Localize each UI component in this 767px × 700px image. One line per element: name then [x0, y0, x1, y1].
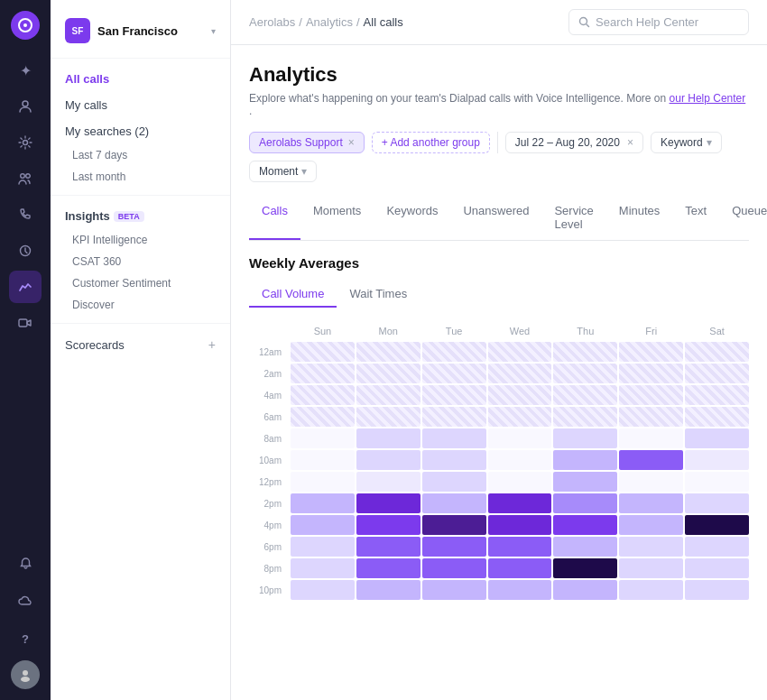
nav-calls[interactable]	[9, 198, 42, 231]
help-center-link[interactable]: our Help Center	[670, 92, 746, 105]
heatmap-cell	[291, 580, 355, 600]
user-avatar[interactable]	[11, 660, 40, 689]
heatmap-cell	[356, 450, 420, 470]
sidebar-all-calls[interactable]: All calls	[51, 66, 230, 92]
nav-contacts[interactable]	[9, 90, 42, 123]
breadcrumb-analytics[interactable]: Analytics	[306, 15, 353, 29]
heatmap-cell	[685, 385, 749, 405]
breadcrumb-current: All calls	[364, 15, 403, 29]
heatmap-cell	[685, 407, 749, 427]
nav-video[interactable]	[9, 307, 42, 339]
heatmap-cell	[488, 342, 552, 362]
heatmap-cell	[356, 385, 420, 405]
heatmap-cell	[685, 493, 749, 513]
breadcrumb-aerolabs[interactable]: Aerolabs	[249, 15, 295, 29]
tab-unanswered[interactable]: Unanswered	[450, 197, 541, 240]
date-remove-icon[interactable]: ×	[627, 136, 633, 149]
tab-queue[interactable]: Queue	[719, 197, 767, 240]
sub-tab-call-volume[interactable]: Call Volume	[249, 281, 337, 308]
sub-tab-wait-times[interactable]: Wait Times	[337, 281, 420, 308]
nav-settings[interactable]	[9, 126, 42, 159]
filter-bar: Aerolabs Support × + Add another group J…	[249, 132, 749, 182]
nav-cloud[interactable]	[9, 585, 42, 617]
heatmap-cell	[422, 364, 486, 383]
sidebar-customer-sentiment[interactable]: Customer Sentiment	[51, 272, 230, 294]
tab-moments[interactable]: Moments	[300, 197, 374, 240]
moment-label: Moment	[259, 165, 298, 178]
nav-history[interactable]	[9, 235, 42, 267]
nav-analytics[interactable]	[9, 271, 42, 303]
heatmap-day-mon: Mon	[356, 322, 420, 340]
heatmap-cell	[685, 428, 749, 448]
tab-keywords[interactable]: Keywords	[374, 197, 450, 240]
heatmap-cell	[488, 385, 552, 405]
app-logo[interactable]	[11, 11, 40, 40]
sidebar-last-month[interactable]: Last month	[51, 166, 230, 188]
heatmap-cell	[685, 364, 749, 383]
sidebar-discover[interactable]: Discover	[51, 294, 230, 316]
sidebar-csat[interactable]: CSAT 360	[51, 251, 230, 272]
sidebar-my-searches[interactable]: My searches (2)	[51, 118, 230, 144]
nav-ai[interactable]: ✦	[9, 54, 42, 87]
heatmap-cell	[553, 515, 617, 535]
heatmap-day-sun: Sun	[291, 322, 355, 340]
heatmap-cell	[356, 515, 420, 535]
heatmap-cell	[553, 537, 617, 557]
heatmap-cell	[291, 428, 355, 448]
heatmap-cell	[422, 342, 486, 362]
heatmap-cell	[488, 515, 552, 535]
heatmap-time-2am: 2am	[249, 364, 289, 383]
heatmap-cell	[488, 558, 552, 578]
heatmap-cell	[356, 472, 420, 492]
moment-dropdown[interactable]: Moment ▾	[249, 161, 317, 182]
add-group-button[interactable]: + Add another group	[372, 132, 490, 153]
sidebar-last7[interactable]: Last 7 days	[51, 144, 230, 166]
heatmap-cell	[422, 580, 486, 600]
workspace-name: San Francisco	[97, 24, 204, 38]
heatmap-cell	[553, 580, 617, 600]
heatmap-cell	[619, 407, 683, 427]
sidebar-insights[interactable]: Insights BETA	[51, 203, 230, 229]
topbar: Aerolabs / Analytics / All calls Search …	[231, 0, 767, 45]
heatmap-cell	[356, 493, 420, 513]
keyword-dropdown[interactable]: Keyword ▾	[651, 132, 722, 153]
heatmap-cell	[685, 515, 749, 535]
heatmap-cell	[619, 472, 683, 492]
beta-badge: BETA	[114, 211, 144, 222]
date-range-chip[interactable]: Jul 22 – Aug 20, 2020 ×	[505, 132, 643, 153]
workspace-header[interactable]: SF San Francisco ▾	[51, 11, 230, 51]
heatmap-cell	[291, 472, 355, 492]
nav-help[interactable]: ?	[9, 622, 42, 655]
tab-calls[interactable]: Calls	[249, 197, 300, 240]
heatmap-cell	[422, 407, 486, 427]
breadcrumb: Aerolabs / Analytics / All calls	[249, 15, 403, 29]
group-filter-chip[interactable]: Aerolabs Support ×	[249, 132, 365, 153]
heatmap-time-2pm: 2pm	[249, 493, 289, 513]
main-content: Aerolabs / Analytics / All calls Search …	[231, 0, 767, 700]
tab-service-level[interactable]: Service Level	[541, 197, 605, 240]
sidebar-my-calls[interactable]: My calls	[51, 92, 230, 118]
heatmap-time-4am: 4am	[249, 385, 289, 405]
svg-point-5	[26, 174, 31, 179]
heatmap-cell	[291, 342, 355, 362]
nav-notifications[interactable]	[9, 547, 42, 579]
heatmap-cell	[553, 342, 617, 362]
heatmap-cell	[356, 558, 420, 578]
heatmap-time-10pm: 10pm	[249, 580, 289, 600]
group-chip-remove[interactable]: ×	[348, 136, 355, 149]
heatmap-cell	[356, 428, 420, 448]
sidebar: SF San Francisco ▾ All calls My calls My…	[51, 0, 231, 700]
heatmap-cell	[356, 580, 420, 600]
scorecards-label: Scorecards	[65, 338, 125, 352]
tab-minutes[interactable]: Minutes	[606, 197, 673, 240]
sidebar-scorecards[interactable]: Scorecards +	[51, 331, 230, 358]
heatmap: SunMonTueWedThuFriSat12am2am4am6am8am10a…	[249, 322, 749, 600]
nav-team[interactable]	[9, 162, 42, 195]
tab-text[interactable]: Text	[672, 197, 719, 240]
sidebar-kpi[interactable]: KPI Intelligence	[51, 229, 230, 251]
heatmap-cell	[422, 515, 486, 535]
heatmap-cell	[422, 558, 486, 578]
search-box[interactable]: Search Help Center	[568, 9, 749, 35]
heatmap-cell	[488, 493, 552, 513]
scorecards-add-icon[interactable]: +	[208, 337, 216, 352]
